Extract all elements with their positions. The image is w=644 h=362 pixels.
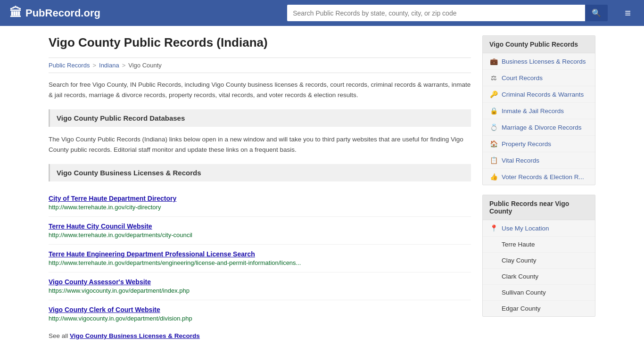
sidebar-item-edgar-county[interactable]: Edgar County [483, 301, 595, 316]
home-icon: 🏠 [489, 140, 498, 148]
sidebar-item-label: Clark County [502, 273, 538, 280]
sidebar-item-label: Business Licenses & Records [502, 58, 586, 65]
record-link[interactable]: Vigo County Clerk of Court Website [49, 306, 160, 313]
sidebar-item-clark-county[interactable]: Clark County [483, 269, 595, 285]
sidebar: Vigo County Public Records 💼 Business Li… [482, 35, 595, 339]
sidebar-item-label: Property Records [502, 140, 551, 148]
sidebar-item-terre-haute[interactable]: Terre Haute [483, 237, 595, 253]
breadcrumb-sep-1: > [92, 62, 96, 69]
breadcrumb-sep-2: > [122, 62, 126, 69]
sidebar-item-label: Criminal Records & Warrants [502, 91, 584, 98]
breadcrumb-indiana[interactable]: Indiana [99, 62, 119, 69]
main-container: Vigo County Public Records (Indiana) Pub… [39, 26, 605, 349]
record-url: http://www.vigocounty.in.gov/department/… [49, 315, 471, 322]
record-link[interactable]: City of Terre Haute Department Directory [49, 195, 176, 202]
business-section-header: Vigo County Business Licenses & Records [49, 164, 471, 181]
key-icon: 🔑 [489, 90, 498, 98]
site-header: 🏛 PubRecord.org 🔍 ≡ [0, 0, 644, 26]
sidebar-item-label: Vital Records [502, 157, 539, 164]
sidebar-item-voter[interactable]: 👍 Voter Records & Election R... [483, 169, 595, 185]
logo-icon: 🏛 [9, 6, 22, 20]
record-entry: Vigo County Assessor's Website https://w… [49, 272, 471, 300]
record-entry: Vigo County Clerk of Court Website http:… [49, 300, 471, 328]
sidebar-item-label: Inmate & Jail Records [502, 107, 564, 115]
record-link[interactable]: Vigo County Assessor's Website [49, 278, 151, 286]
page-description: Search for free Vigo County, IN Public R… [49, 80, 471, 100]
breadcrumb: Public Records > Indiana > Vigo County [49, 58, 471, 73]
sidebar-records-section: Vigo County Public Records 💼 Business Li… [482, 35, 595, 185]
sidebar-item-criminal[interactable]: 🔑 Criminal Records & Warrants [483, 86, 595, 103]
sidebar-nearby-title: Public Records near Vigo County [483, 195, 595, 220]
thumbsup-icon: 👍 [489, 173, 498, 181]
sidebar-item-label: Clay County [502, 257, 537, 264]
scales-icon: ⚖ [489, 74, 498, 82]
sidebar-item-label: Sullivan County [502, 289, 546, 296]
search-input[interactable] [287, 5, 585, 21]
search-bar: 🔍 [287, 5, 608, 21]
sidebar-records-title: Vigo County Public Records [483, 36, 595, 53]
logo-text: PubRecord.org [25, 7, 100, 19]
menu-icon: ≡ [625, 7, 631, 19]
record-url: http://www.terrehaute.in.gov/departments… [49, 231, 471, 239]
sidebar-item-vital[interactable]: 📋 Vital Records [483, 152, 595, 169]
location-icon: 📍 [489, 224, 498, 232]
sidebar-item-label: Edgar County [502, 305, 541, 312]
briefcase-icon: 💼 [489, 58, 498, 65]
content-area: Vigo County Public Records (Indiana) Pub… [49, 35, 471, 339]
search-button[interactable]: 🔍 [585, 5, 608, 21]
sidebar-item-use-location[interactable]: 📍 Use My Location [483, 220, 595, 237]
see-all-line: See all Vigo County Business Licenses & … [49, 332, 471, 339]
record-url: https://www.vigocounty.in.gov/department… [49, 287, 471, 294]
page-title: Vigo County Public Records (Indiana) [49, 35, 471, 50]
sidebar-item-label: Terre Haute [502, 241, 535, 248]
record-url: http://www.terrehaute.in.gov/departments… [49, 259, 471, 266]
sidebar-item-label: Voter Records & Election R... [502, 173, 584, 181]
business-records-list: City of Terre Haute Department Directory… [49, 189, 471, 328]
see-all-link[interactable]: Vigo County Business Licenses & Records [70, 332, 200, 339]
databases-section-header: Vigo County Public Record Databases [49, 109, 471, 127]
clipboard-icon: 📋 [489, 156, 498, 164]
sidebar-item-court[interactable]: ⚖ Court Records [483, 70, 595, 86]
sidebar-item-property[interactable]: 🏠 Property Records [483, 136, 595, 152]
sidebar-item-inmate[interactable]: 🔒 Inmate & Jail Records [483, 103, 595, 119]
breadcrumb-public-records[interactable]: Public Records [49, 62, 90, 69]
sidebar-item-label: Use My Location [502, 225, 549, 232]
menu-button[interactable]: ≡ [621, 5, 635, 21]
record-link[interactable]: Terre Haute Engineering Department Profe… [49, 250, 255, 258]
sidebar-item-label: Marriage & Divorce Records [502, 124, 582, 131]
sidebar-item-clay-county[interactable]: Clay County [483, 253, 595, 269]
breadcrumb-current: Vigo County [128, 62, 162, 69]
sidebar-item-business[interactable]: 💼 Business Licenses & Records [483, 53, 595, 70]
search-icon: 🔍 [592, 9, 601, 17]
ring-icon: 💍 [489, 123, 498, 131]
site-logo[interactable]: 🏛 PubRecord.org [9, 6, 100, 20]
record-entry: City of Terre Haute Department Directory… [49, 189, 471, 217]
record-url: http://www.terrehaute.in.gov/city-direct… [49, 204, 471, 211]
sidebar-item-label: Court Records [502, 74, 543, 82]
databases-description: The Vigo County Public Records (Indiana)… [49, 134, 471, 155]
record-link[interactable]: Terre Haute City Council Website [49, 222, 152, 230]
sidebar-nearby-section: Public Records near Vigo County 📍 Use My… [482, 195, 595, 317]
record-entry: Terre Haute Engineering Department Profe… [49, 245, 471, 272]
record-entry: Terre Haute City Council Website http://… [49, 217, 471, 245]
sidebar-item-marriage[interactable]: 💍 Marriage & Divorce Records [483, 119, 595, 136]
lock-icon: 🔒 [489, 107, 498, 115]
sidebar-item-sullivan-county[interactable]: Sullivan County [483, 285, 595, 301]
